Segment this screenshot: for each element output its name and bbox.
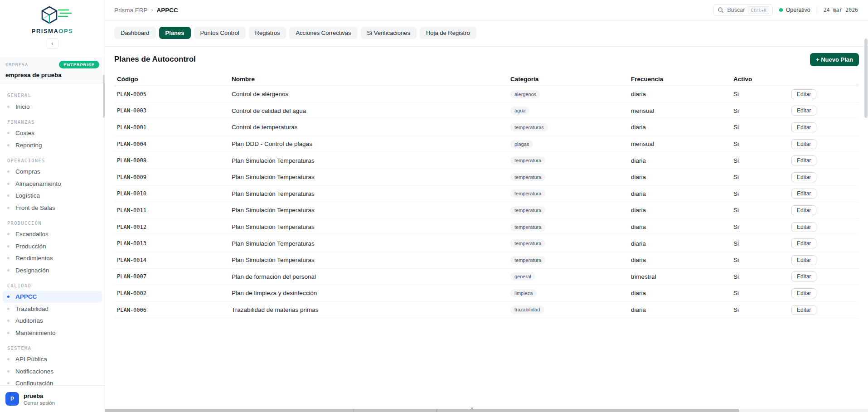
edit-button[interactable]: Editar (791, 189, 816, 199)
enterprise-badge: ENTERPRISE (59, 61, 99, 68)
sidebar-item-almacenamiento[interactable]: Almacenamiento (3, 178, 102, 190)
tab-dashboard[interactable]: Dashboard (114, 27, 156, 39)
edit-button[interactable]: Editar (791, 238, 816, 248)
status-label: Operativo (786, 7, 810, 13)
column-header: Frecuencia (628, 76, 731, 82)
tab-si-verificaciones[interactable]: Si Verificaciones (361, 27, 417, 39)
table-row: PLAN-0011 Plan Simulación Temperaturas t… (114, 202, 859, 219)
category-badge: temperatura (510, 256, 545, 264)
bullet-icon (7, 132, 10, 134)
cell-frequency: diaria (628, 157, 731, 164)
brand-wordmark: PRISMAOPS (0, 28, 105, 34)
tab-acciones-correctivas[interactable]: Acciones Correctivas (289, 27, 357, 39)
breadcrumb-current: APPCC (157, 7, 178, 14)
cell-active: Si (731, 207, 789, 213)
sidebar-item-produccion[interactable]: Producción (3, 240, 102, 252)
cell-name: Control de calidad del agua (229, 107, 508, 114)
cell-name: Plan de formación del personal (229, 273, 508, 280)
page-vertical-scrollbar[interactable] (864, 39, 868, 118)
cell-frequency: mensual (628, 107, 731, 114)
cell-active: Si (731, 91, 789, 97)
edit-button[interactable]: Editar (791, 205, 816, 215)
tab-registros[interactable]: Registros (249, 27, 286, 39)
cell-active: Si (731, 273, 789, 280)
nav-section-label: CALIDAD (7, 283, 102, 289)
logout-link[interactable]: Cerrar sesión (24, 400, 55, 406)
sidebar-item-costes[interactable]: Costes (3, 127, 102, 140)
search-input[interactable]: Buscar Ctrl+K (713, 4, 772, 16)
cell-frequency: diaria (628, 290, 731, 296)
cell-active: Si (731, 257, 789, 263)
bullet-icon (7, 170, 10, 173)
tab-puntos-control[interactable]: Puntos Control (194, 27, 246, 39)
cell-code: PLAN-0007 (114, 273, 229, 280)
breadcrumb-root[interactable]: Prisma ERP (114, 7, 148, 14)
table-row: PLAN-0002 Plan de limpieza y desinfecció… (114, 285, 859, 302)
current-date: 24 mar 2026 (824, 7, 858, 13)
table-header-row: CódigoNombreCategoríaFrecuenciaActivo (114, 72, 859, 86)
sidebar-item-mantenimiento[interactable]: Mantenimiento (3, 327, 102, 339)
category-badge: temperaturas (510, 123, 548, 131)
company-label: EMPRESA (5, 62, 29, 67)
cell-code: PLAN-0014 (114, 257, 229, 263)
bullet-icon (7, 269, 10, 271)
chevron-left-icon: ‹ (52, 40, 53, 47)
edit-button[interactable]: Editar (791, 89, 816, 99)
cell-code: PLAN-0002 (114, 290, 229, 296)
bullet-icon (7, 332, 10, 334)
sidebar-item-compras[interactable]: Compras (3, 166, 102, 178)
sidebar-item-escandallos[interactable]: Escandallos (3, 228, 102, 241)
sidebar-item-auditorias[interactable]: Auditorías (3, 315, 102, 327)
cell-code: PLAN-0013 (114, 240, 229, 247)
table-row: PLAN-0005 Control de alérgenos alergenos… (114, 86, 859, 103)
sidebar-item-api-publica[interactable]: API Pública (3, 354, 102, 366)
sidebar-item-appcc[interactable]: APPCC (3, 291, 102, 303)
sidebar-item-trazabilidad[interactable]: Trazabilidad (3, 303, 102, 315)
sidebar-item-designacion[interactable]: Designación (3, 264, 102, 276)
sidebar-item-reporting[interactable]: Reporting (3, 139, 102, 151)
edit-button[interactable]: Editar (791, 172, 816, 182)
category-badge: temperatura (510, 239, 545, 247)
sidebar-item-inicio[interactable]: Inicio (3, 101, 102, 113)
bullet-icon (7, 207, 10, 209)
sidebar-scrollbar[interactable] (103, 75, 105, 118)
horizontal-scrollbar-track[interactable] (105, 409, 868, 412)
bullet-icon (7, 183, 10, 185)
edit-button[interactable]: Editar (791, 106, 816, 116)
sidebar-item-front-de-salas[interactable]: Front de Salas (3, 202, 102, 214)
edit-button[interactable]: Editar (791, 305, 816, 315)
scrollbar-tick (354, 409, 354, 412)
edit-button[interactable]: Editar (791, 122, 816, 132)
topbar: Prisma ERP › APPCC Buscar Ctrl+K Operati… (105, 0, 868, 20)
table-row: PLAN-0013 Plan Simulación Temperaturas t… (114, 235, 859, 252)
bottom-close-icon: × (470, 406, 473, 411)
cell-code: PLAN-0009 (114, 174, 229, 180)
edit-button[interactable]: Editar (791, 139, 816, 149)
new-plan-button[interactable]: + Nuevo Plan (810, 53, 859, 66)
bullet-icon (7, 382, 10, 384)
cell-name: Plan Simulación Temperaturas (229, 157, 508, 164)
tab-hoja-de-registro[interactable]: Hoja de Registro (420, 27, 476, 39)
tab-planes[interactable]: Planes (159, 27, 191, 39)
edit-button[interactable]: Editar (791, 155, 816, 165)
sidebar-item-configuracion[interactable]: Configuración (3, 378, 102, 386)
sidebar-item-logistica[interactable]: Logística (3, 190, 102, 202)
edit-button[interactable]: Editar (791, 255, 816, 265)
logo-area: PRISMAOPS ‹ (0, 0, 105, 53)
edit-button[interactable]: Editar (791, 288, 816, 298)
table-row: PLAN-0006 Trazabilidad de materias prima… (114, 302, 859, 319)
cell-code: PLAN-0001 (114, 124, 229, 131)
bullet-icon (7, 245, 10, 247)
edit-button[interactable]: Editar (791, 271, 816, 281)
sidebar-collapse-button[interactable]: ‹ (47, 38, 58, 49)
edit-button[interactable]: Editar (791, 222, 816, 232)
cell-active: Si (731, 240, 789, 247)
cell-code: PLAN-0011 (114, 207, 229, 213)
bullet-icon (7, 257, 10, 259)
cell-frequency: diaria (628, 207, 731, 213)
sidebar-item-rendimientos[interactable]: Rendimientos (3, 252, 102, 265)
cell-code: PLAN-0008 (114, 157, 229, 164)
sidebar-item-notificaciones[interactable]: Notificaciones (3, 365, 102, 378)
horizontal-scrollbar-thumb[interactable] (105, 409, 739, 412)
column-header: Nombre (229, 76, 508, 82)
